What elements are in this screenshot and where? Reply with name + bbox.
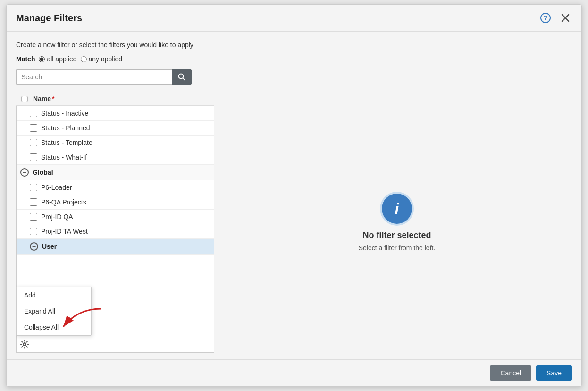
content-area: Name * Status - Inactive Status - Planne…	[16, 92, 572, 359]
context-menu: Add Expand All Collapse All	[16, 287, 92, 336]
search-row	[16, 69, 572, 85]
match-any-applied-label[interactable]: any applied	[81, 55, 123, 63]
match-any-radio[interactable]	[81, 56, 87, 62]
svg-point-7	[24, 343, 26, 346]
item-label: P6-Loader	[41, 184, 72, 191]
list-item[interactable]: Status - Template	[17, 136, 214, 150]
required-star: *	[52, 95, 54, 102]
list-item[interactable]: Status - Inactive	[17, 106, 214, 121]
search-icon	[178, 73, 185, 81]
header-icons: ?	[539, 11, 572, 25]
context-menu-collapse-all[interactable]: Collapse All	[17, 319, 91, 335]
close-button[interactable]	[559, 11, 572, 25]
gear-button[interactable]	[16, 336, 33, 353]
match-row: Match all applied any applied	[16, 55, 572, 63]
item-label: P6-QA Projects	[41, 198, 86, 206]
svg-line-5	[183, 78, 185, 81]
match-any-text: any applied	[89, 55, 123, 63]
item-checkbox[interactable]	[30, 184, 37, 191]
item-label: Status - Template	[41, 139, 92, 146]
dialog-footer: Cancel Save	[7, 359, 581, 386]
match-all-text: all applied	[47, 55, 76, 63]
search-button[interactable]	[172, 69, 192, 85]
dialog-body: Create a new filter or select the filter…	[7, 32, 581, 359]
svg-text:?: ?	[544, 14, 548, 22]
item-checkbox[interactable]	[30, 110, 37, 117]
match-all-applied-label[interactable]: all applied	[39, 55, 76, 63]
item-label: Status - Planned	[41, 124, 90, 132]
close-icon	[561, 14, 570, 22]
no-filter-subtitle: Select a filter from the left.	[359, 244, 436, 252]
no-filter-title: No filter selected	[362, 230, 431, 240]
column-name-header: Name	[33, 95, 51, 102]
group-label-global: Global	[33, 169, 53, 176]
list-item[interactable]: P6-QA Projects	[17, 195, 214, 210]
item-checkbox[interactable]	[30, 213, 37, 221]
save-button[interactable]: Save	[536, 366, 572, 381]
group-toggle-global[interactable]: −	[20, 168, 29, 177]
manage-filters-dialog: Manage Filters ? Create a new filter or …	[6, 4, 582, 387]
list-item[interactable]: P6-Loader	[17, 180, 214, 195]
item-checkbox[interactable]	[30, 124, 37, 132]
table-header: Name *	[16, 92, 214, 106]
group-label-user: User	[42, 243, 57, 250]
dialog-title: Manage Filters	[16, 13, 82, 24]
help-button[interactable]: ?	[539, 11, 552, 25]
list-item[interactable]: Status - Planned	[17, 121, 214, 136]
left-panel: Name * Status - Inactive Status - Planne…	[16, 92, 214, 353]
item-label: Status - Inactive	[41, 110, 88, 117]
group-item-user[interactable]: + User	[17, 239, 214, 255]
info-circle: i	[382, 194, 412, 224]
cancel-button[interactable]: Cancel	[490, 366, 531, 381]
list-item[interactable]: Status - What-If	[17, 150, 214, 165]
gear-area	[16, 336, 33, 353]
context-menu-expand-all[interactable]: Expand All	[17, 303, 91, 319]
list-item[interactable]: Proj-ID TA West	[17, 224, 214, 239]
item-checkbox[interactable]	[30, 153, 37, 161]
item-label: Status - What-If	[41, 153, 87, 161]
gear-icon	[20, 340, 29, 349]
right-panel: i No filter selected Select a filter fro…	[222, 92, 572, 353]
help-icon: ?	[540, 13, 551, 23]
item-checkbox[interactable]	[30, 198, 37, 206]
match-label: Match	[16, 55, 35, 63]
subtitle: Create a new filter or select the filter…	[16, 41, 572, 49]
item-checkbox[interactable]	[30, 139, 37, 146]
item-label: Proj-ID TA West	[41, 228, 88, 235]
group-item-global[interactable]: − Global	[17, 165, 214, 180]
dialog-header: Manage Filters ?	[7, 5, 581, 32]
match-all-radio[interactable]	[39, 56, 45, 62]
item-checkbox[interactable]	[30, 228, 37, 235]
item-label: Proj-ID QA	[41, 213, 73, 221]
context-menu-add[interactable]: Add	[17, 287, 91, 303]
list-item[interactable]: Proj-ID QA	[17, 210, 214, 224]
select-all-checkbox[interactable]	[20, 96, 29, 102]
search-input[interactable]	[16, 69, 172, 85]
info-icon: i	[395, 201, 399, 216]
group-toggle-user[interactable]: +	[30, 242, 38, 251]
